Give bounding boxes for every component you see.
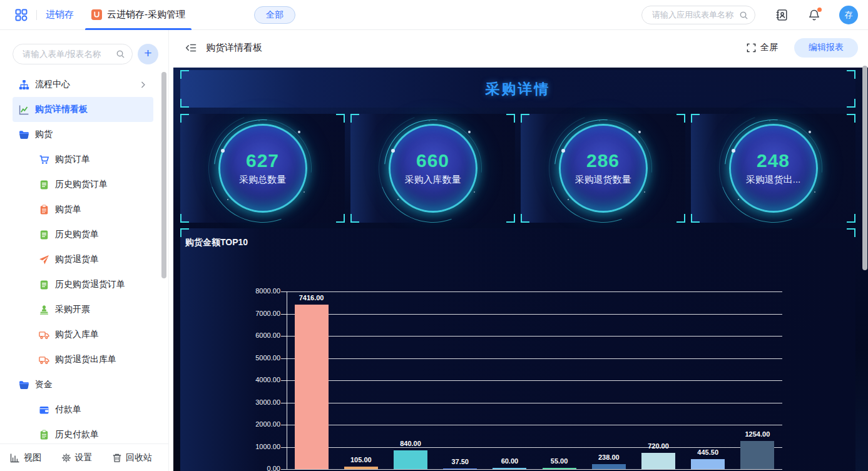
sidebar-item-label: 历史付款单	[55, 429, 99, 440]
footer-trash-button[interactable]: 回收站	[112, 452, 152, 463]
avatar[interactable]: 存	[839, 6, 858, 24]
y-tick-label: 8000.00	[233, 287, 280, 295]
axis-tick	[281, 314, 287, 315]
chart-title: 购货金额TOP10	[185, 237, 248, 248]
global-search[interactable]	[641, 6, 755, 24]
stat-gauge: 627采购总数量	[211, 116, 315, 220]
stat-label: 采购退货数量	[575, 174, 631, 186]
bar-chart-plot: 8000.007000.006000.005000.004000.003000.…	[287, 291, 782, 469]
truck-orange-icon	[39, 355, 49, 365]
corner-bracket	[847, 99, 855, 108]
app-tab-icon	[91, 9, 102, 20]
app-switcher-grid-icon[interactable]	[15, 9, 28, 21]
sidebar-item[interactable]: 购货单	[13, 197, 153, 222]
doc-green-icon	[39, 180, 49, 190]
bar-value-label: 55.00	[533, 457, 586, 465]
sidebar-item-label: 历史购货退货订单	[55, 279, 125, 290]
doc-green-icon	[39, 230, 49, 240]
axis-tick	[281, 403, 287, 403]
trash-icon	[112, 453, 122, 463]
sidebar-item[interactable]: 采购开票	[13, 297, 153, 322]
main-scrollbar[interactable]	[862, 66, 867, 270]
stamp-green-icon	[39, 305, 49, 315]
bar-series-item	[543, 468, 576, 469]
stat-ring: 248采购退货出...	[729, 124, 818, 213]
bar-value-label: 720.00	[631, 442, 685, 450]
stat-panel: 286采购退货数量	[521, 114, 685, 223]
fullscreen-button[interactable]: 全屏	[747, 42, 778, 53]
sidebar-item[interactable]: 购货详情看板	[13, 97, 153, 122]
gridline	[287, 358, 782, 359]
truck-orange-icon	[39, 330, 49, 340]
global-search-input[interactable]	[652, 10, 736, 19]
sidebar-item[interactable]: 历史购货单	[13, 222, 153, 247]
sidebar-item[interactable]: 购货退货单	[13, 247, 153, 272]
stat-value: 248	[757, 151, 790, 171]
sidebar-item-label: 购货详情看板	[35, 104, 88, 115]
y-tick-label: 6000.00	[233, 332, 280, 339]
corner-bracket	[691, 114, 700, 123]
nav-home-link[interactable]: 进销存	[46, 9, 74, 21]
bell-icon[interactable]	[808, 9, 820, 21]
tab-purchase-management[interactable]: 云进销存-采购管理	[90, 0, 186, 30]
sidebar-item[interactable]: 资金	[13, 372, 153, 397]
stat-gauge: 660采购入库数量	[381, 116, 485, 220]
gear-icon	[61, 453, 71, 463]
search-icon	[116, 49, 125, 59]
topbar-divider	[36, 10, 37, 20]
sidebar-search-input[interactable]	[23, 49, 112, 59]
banner-title: 采购详情	[486, 79, 551, 99]
add-button[interactable]: +	[138, 44, 158, 64]
app-window: 进销存 云进销存-采购管理 全部 存 + 流程中心购	[0, 0, 868, 471]
contacts-icon[interactable]	[775, 9, 788, 21]
sidebar: + 流程中心购货详情看板购货购货订单历史购货订单购货单历史购货单购货退货单历史购…	[0, 30, 169, 471]
decor-dots	[561, 149, 565, 153]
topbar: 进销存 云进销存-采购管理 全部 存	[0, 0, 868, 30]
filter-all-button[interactable]: 全部	[254, 6, 295, 24]
tab-active-underline	[85, 28, 191, 30]
sidebar-item[interactable]: 历史购货订单	[13, 172, 153, 197]
edit-report-button[interactable]: 编辑报表	[794, 38, 858, 58]
collapse-sidebar-icon[interactable]	[185, 42, 197, 54]
corner-bracket	[847, 214, 855, 223]
notification-dot	[817, 8, 822, 12]
axis-tick	[281, 469, 287, 470]
bar-value-label: 238.00	[582, 453, 636, 461]
footer-gear-button[interactable]: 设置	[61, 452, 93, 463]
sidebar-item[interactable]: 购货订单	[13, 147, 153, 172]
sidebar-item-label: 购货	[35, 129, 53, 140]
sidebar-item-label: 购货入库单	[55, 329, 99, 340]
sidebar-item[interactable]: 购货入库单	[13, 322, 153, 347]
stat-ring: 286采购退货数量	[559, 124, 648, 213]
corner-bracket	[180, 114, 189, 123]
footer-view-bars-button[interactable]: 视图	[10, 452, 41, 463]
y-tick-label: 0.00	[233, 465, 280, 471]
corner-bracket	[691, 214, 700, 223]
decor-dots	[221, 149, 225, 153]
bar-value-label: 1254.00	[730, 430, 784, 438]
corner-bracket	[180, 214, 189, 223]
axis-tick	[281, 425, 287, 425]
sidebar-search[interactable]	[13, 44, 133, 64]
sidebar-item[interactable]: 购货	[13, 122, 153, 147]
bar-series-item	[295, 305, 329, 469]
bar-series-item	[641, 453, 675, 469]
bar-series-item	[394, 450, 427, 469]
sidebar-item[interactable]: 历史购货退货订单	[13, 272, 153, 297]
decor-dots	[391, 149, 395, 153]
corner-bracket	[847, 114, 855, 123]
sidebar-item[interactable]: 流程中心	[13, 72, 153, 97]
sidebar-menu: 流程中心购货详情看板购货购货订单历史购货订单购货单历史购货单购货退货单历史购货退…	[0, 72, 168, 447]
bar-series-item	[344, 467, 378, 469]
y-tick-label: 2000.00	[233, 420, 280, 428]
sidebar-item[interactable]: 购货退货出库单	[13, 347, 153, 372]
sidebar-scrollbar[interactable]	[161, 72, 166, 278]
gridline	[287, 447, 782, 448]
bar-series-item	[740, 441, 774, 469]
stat-panel: 660采购入库数量	[350, 114, 515, 223]
corner-bracket	[180, 228, 189, 237]
main-header-actions: 全屏 编辑报表	[747, 38, 858, 58]
sidebar-item[interactable]: 付款单	[13, 397, 153, 422]
sidebar-search-row: +	[0, 30, 168, 72]
stat-value: 627	[246, 151, 279, 171]
